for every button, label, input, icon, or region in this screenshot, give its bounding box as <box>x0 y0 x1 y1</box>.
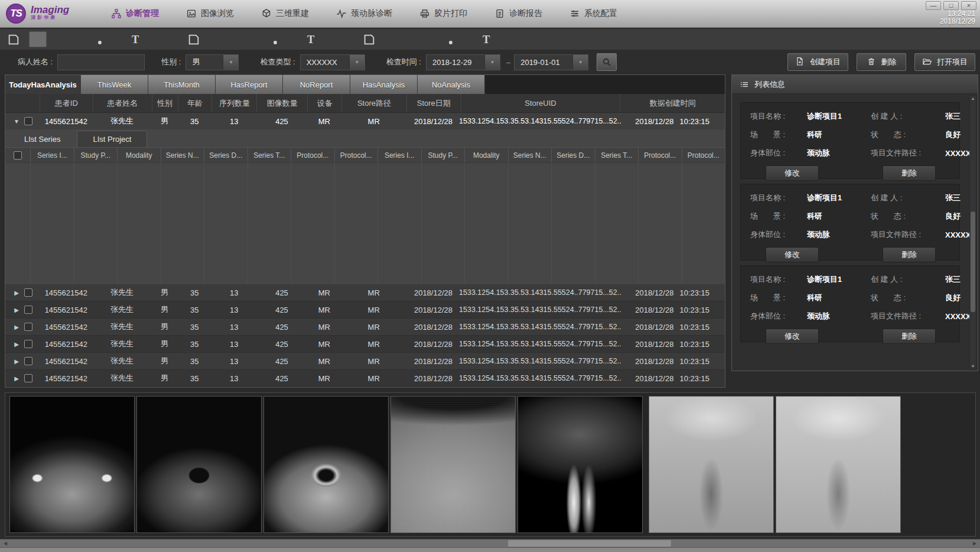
card-edit-button[interactable]: 修改 <box>766 329 819 344</box>
minimize-button[interactable]: — <box>926 1 941 10</box>
menu-item-report[interactable]: 诊断报告 <box>494 8 542 19</box>
patient-row[interactable]: ▶ 1455621542张先生男3513425MRMR2018/12/28153… <box>5 284 725 301</box>
search-button[interactable] <box>597 53 617 71</box>
horizontal-scrollbar-thumb[interactable] <box>508 540 671 547</box>
panel-scrollbar[interactable]: ▲ ▼ <box>969 95 976 369</box>
tab-NoReport[interactable]: NoReport <box>283 75 350 94</box>
tool-import-button[interactable] <box>399 31 417 48</box>
row-checkbox[interactable] <box>24 117 32 125</box>
tool-cursor-button[interactable] <box>243 31 261 48</box>
tool-save-button[interactable] <box>185 31 203 48</box>
tool-image-settings-button[interactable] <box>438 31 456 48</box>
mri-coronal-thumb-2[interactable] <box>649 396 774 533</box>
exam-type-select[interactable]: XXXXXX ▼ <box>300 54 365 70</box>
series-column-header[interactable]: Protocol... <box>682 148 725 163</box>
series-column-header[interactable]: Modality <box>117 148 161 163</box>
patient-row[interactable]: ▼ 1455621542张先生男3513425MRMR2018/12/28153… <box>5 113 725 129</box>
patient-row[interactable]: ▶ 1455621542张先生男3513425MRMR2018/12/28153… <box>5 319 725 336</box>
tool-cube-3d-button[interactable] <box>458 31 476 48</box>
tool-text-button[interactable]: T <box>126 31 144 48</box>
mri-axial-thumb-3[interactable] <box>263 396 389 533</box>
card-delete-button[interactable]: 删除 <box>883 247 936 262</box>
patient-row[interactable]: ▶ 1455621542张先生男3513425MRMR2018/12/28153… <box>5 301 725 319</box>
series-column-header[interactable]: Protocol... <box>334 148 378 163</box>
expand-arrow-icon[interactable]: ▶ <box>9 307 24 313</box>
column-header[interactable]: Store路径 <box>341 94 406 112</box>
chevron-down-icon[interactable]: ▼ <box>484 55 500 70</box>
card-edit-button[interactable]: 修改 <box>766 247 819 262</box>
tab-ThisWeek[interactable]: ThisWeek <box>81 75 148 94</box>
column-header[interactable]: StoreUID <box>461 94 620 112</box>
column-header[interactable]: 序列数量 <box>211 94 256 112</box>
card-edit-button[interactable]: 修改 <box>766 165 819 181</box>
menu-item-printer[interactable]: 胶片打印 <box>419 8 467 19</box>
patient-row[interactable]: ▶ 1455621542张先生男3513425MRMR2018/12/28153… <box>5 336 725 353</box>
mri-axial-thumb-1[interactable] <box>9 396 135 533</box>
tool-save-button[interactable] <box>5 31 22 48</box>
row-checkbox[interactable] <box>24 357 32 365</box>
series-column-header[interactable]: Series N... <box>508 148 552 163</box>
column-header[interactable]: 患者ID <box>40 94 93 112</box>
scroll-up-icon[interactable]: ▲ <box>970 96 976 100</box>
collapse-arrow-icon[interactable]: ▼ <box>9 118 24 125</box>
patient-row[interactable]: ▶ 1455621542张先生男3513425MRMR2018/12/28153… <box>5 353 725 370</box>
panel-scrollbar-thumb[interactable] <box>971 212 975 312</box>
tab-TodayHasAnalysis[interactable]: TodayHasAnalysis <box>5 75 81 94</box>
row-checkbox[interactable] <box>24 323 32 331</box>
series-column-header[interactable]: Series T... <box>595 148 639 163</box>
tool-layers-button[interactable] <box>497 31 515 48</box>
mri-coronal-thumb-1[interactable] <box>517 396 643 533</box>
tool-cube-3d-button[interactable] <box>282 31 300 48</box>
menu-item-picture[interactable]: 图像浏览 <box>186 8 234 19</box>
mri-axial-thumb-2[interactable] <box>136 396 262 533</box>
column-header[interactable]: 患者姓名 <box>93 94 152 112</box>
column-header[interactable]: 图像数量 <box>256 94 307 112</box>
column-header[interactable]: 性别 <box>152 94 178 112</box>
select-all-checkbox[interactable] <box>14 151 22 160</box>
date-from-select[interactable]: 2018-12-29 ▼ <box>426 54 500 70</box>
tool-cube-3d-button[interactable] <box>107 31 125 48</box>
tool-save-button[interactable] <box>360 31 378 48</box>
row-checkbox[interactable] <box>24 374 32 382</box>
tool-text-button[interactable]: T <box>477 31 495 48</box>
tab-list-project[interactable]: LIst Project <box>77 131 147 147</box>
tool-cursor-button[interactable] <box>419 31 437 48</box>
patient-name-input[interactable] <box>57 54 145 70</box>
close-button[interactable]: × <box>961 1 976 10</box>
series-column-header[interactable]: Series D... <box>204 148 248 163</box>
series-column-header[interactable]: Series I... <box>30 148 74 163</box>
scroll-down-icon[interactable]: ▼ <box>970 364 976 368</box>
tool-open-folder-button[interactable] <box>204 31 222 48</box>
gender-select[interactable]: 男 ▼ <box>185 54 239 70</box>
date-to-select[interactable]: 2019-01-01 ▼ <box>514 54 588 70</box>
tool-open-folder-button[interactable] <box>380 31 398 48</box>
expand-arrow-icon[interactable]: ▶ <box>9 375 24 382</box>
series-column-header[interactable]: Series D... <box>551 148 595 163</box>
series-column-header[interactable]: Study P... <box>74 148 118 163</box>
tool-move-button[interactable] <box>341 31 359 48</box>
mri-coronal-thumb-3[interactable] <box>776 396 901 533</box>
chevron-down-icon[interactable]: ▼ <box>572 55 588 70</box>
tool-move-button[interactable] <box>516 31 534 48</box>
series-column-header[interactable]: Series I... <box>377 148 421 163</box>
column-header[interactable]: 年龄 <box>178 94 212 112</box>
delete-button[interactable]: 删除 <box>857 53 906 71</box>
tab-HasReport[interactable]: HasReport <box>216 75 283 94</box>
chevron-down-icon[interactable]: ▼ <box>223 55 238 70</box>
menu-item-sliders[interactable]: 系统配置 <box>569 8 617 19</box>
tab-NoAnalysis[interactable]: NoAnalysis <box>418 75 485 94</box>
series-column-header[interactable]: Protocol... <box>638 148 682 163</box>
expand-arrow-icon[interactable]: ▶ <box>9 324 24 330</box>
column-header[interactable]: 设备 <box>307 94 341 112</box>
series-column-header[interactable]: Series T... <box>248 148 291 163</box>
create-project-button[interactable]: 创建项目 <box>787 53 848 71</box>
series-column-header[interactable]: Series N... <box>161 148 204 163</box>
row-checkbox[interactable] <box>24 288 32 297</box>
series-column-header[interactable]: Protocol... <box>291 148 334 163</box>
menu-item-sitemap[interactable]: 诊断管理 <box>111 8 159 19</box>
series-column-header[interactable]: Modality <box>464 148 508 163</box>
expand-arrow-icon[interactable]: ▶ <box>9 290 24 296</box>
tool-text-button[interactable]: T <box>302 31 320 48</box>
chevron-down-icon[interactable]: ▼ <box>349 55 364 70</box>
tool-layers-button[interactable] <box>146 31 164 48</box>
